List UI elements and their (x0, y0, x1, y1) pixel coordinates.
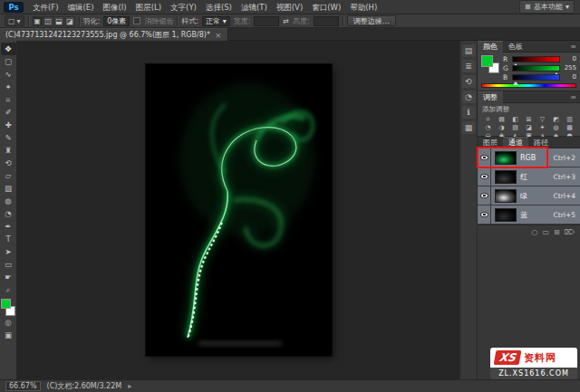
marquee-tool-button[interactable]: ▢ (1, 55, 16, 68)
zoom-tool-button[interactable]: ⌕ (1, 283, 16, 296)
adjustment-icon[interactable]: ◍ (549, 123, 563, 131)
red-value[interactable]: 0 (563, 55, 576, 62)
lasso-tool-button[interactable]: ∿ (1, 68, 16, 81)
channel-name: 蓝 (520, 210, 554, 220)
collapsed-panel-icon[interactable]: ≣ (462, 60, 476, 72)
red-slider[interactable] (512, 56, 560, 62)
status-bar: 66.67% (C)文档:2.60M/3.22M ▸ (0, 379, 580, 392)
visibility-toggle[interactable] (478, 206, 491, 224)
visibility-toggle[interactable] (478, 186, 491, 205)
tab-color[interactable]: 颜色 (478, 41, 503, 53)
style-dropdown[interactable]: 正常 ▾ (202, 16, 230, 26)
intersect-selection-icon[interactable]: ◪ (65, 16, 75, 26)
watermark-name: 资料网 (524, 351, 556, 365)
adjustment-icon[interactable]: ◑ (495, 123, 508, 131)
swap-dimensions-icon[interactable]: ⇄ (283, 17, 289, 25)
menu-select[interactable]: 选择(S) (201, 0, 237, 14)
close-icon[interactable]: × (215, 31, 222, 40)
options-separator (343, 16, 343, 26)
type-tool-button[interactable]: T (1, 233, 16, 245)
collapsed-panel-icon[interactable]: ▦ (462, 121, 476, 134)
workspace-switcher[interactable]: 基本功能 ▾ (519, 0, 575, 14)
foreground-swatch[interactable] (481, 55, 493, 67)
quick-selection-tool-button[interactable]: ✦ (1, 81, 16, 93)
tab-adjustments[interactable]: 调整 (478, 91, 503, 103)
brush-tool-button[interactable]: ✎ (1, 131, 16, 144)
menu-edit[interactable]: 编辑(E) (63, 0, 99, 14)
panel-menu-icon[interactable]: ≡ (570, 93, 576, 101)
adjustment-icon[interactable]: ◪ (522, 123, 536, 131)
adjustment-icon[interactable]: ▤ (495, 115, 508, 123)
quick-mask-button[interactable]: ◎ (1, 316, 16, 329)
collapsed-panel-icon[interactable]: ℹ (462, 106, 476, 119)
subtract-selection-icon[interactable]: ⬓ (54, 16, 64, 26)
foreground-color-swatch[interactable] (1, 299, 11, 309)
red-slider-row: R 0 (503, 55, 576, 62)
path-selection-tool-button[interactable]: ➤ (1, 245, 16, 258)
channel-row-blue[interactable]: 蓝 Ctrl+5 (478, 206, 580, 224)
feather-input[interactable]: 0像素 (103, 16, 130, 26)
screen-mode-button[interactable]: ▣ (1, 329, 16, 341)
hand-tool-button[interactable]: ☛ (1, 271, 16, 283)
visibility-toggle[interactable] (478, 167, 491, 186)
move-tool-button[interactable]: ✥ (1, 43, 16, 55)
adjustment-icon[interactable]: ◩ (549, 115, 563, 123)
save-selection-icon[interactable]: ▭ (542, 228, 549, 236)
eyedropper-tool-button[interactable]: ✐ (1, 106, 16, 119)
add-selection-icon[interactable]: ◫ (44, 16, 53, 26)
clone-stamp-tool-button[interactable]: ♜ (1, 144, 16, 157)
load-selection-icon[interactable]: ○ (531, 228, 537, 236)
green-value[interactable]: 255 (563, 64, 576, 72)
gradient-tool-button[interactable]: ▨ (1, 182, 16, 195)
menu-help[interactable]: 帮助(H) (345, 0, 382, 14)
adjustment-icon[interactable]: ✦ (536, 123, 549, 131)
menu-image[interactable]: 图像(I) (99, 0, 131, 14)
height-input[interactable] (314, 16, 339, 26)
refine-edge-button[interactable]: 调整边缘… (347, 15, 396, 26)
blur-tool-button[interactable]: ◍ (1, 195, 16, 207)
blue-value[interactable]: 0 (563, 73, 576, 81)
blue-slider[interactable] (512, 74, 560, 81)
healing-brush-tool-button[interactable]: ✚ (1, 119, 16, 131)
collapsed-panel-icon[interactable]: ⟲ (462, 75, 476, 88)
channel-row-red[interactable]: 红 Ctrl+3 (478, 167, 580, 186)
zoom-level-field[interactable]: 66.67% (5, 381, 41, 391)
menu-file[interactable]: 文件(F) (28, 0, 63, 14)
green-slider[interactable] (512, 65, 560, 72)
new-selection-icon[interactable]: ▣ (33, 16, 43, 26)
dodge-tool-button[interactable]: ◔ (1, 207, 16, 220)
width-input[interactable] (254, 16, 279, 26)
collapsed-panel-icon[interactable]: ▤ (462, 44, 476, 57)
panel-menu-icon[interactable]: ≡ (570, 43, 576, 51)
menu-view[interactable]: 视图(V) (272, 0, 307, 14)
status-options-arrow-icon[interactable]: ▸ (128, 382, 131, 390)
channel-row-green[interactable]: 绿 Ctrl+4 (478, 186, 580, 205)
history-brush-tool-button[interactable]: ⟲ (1, 157, 16, 169)
delete-channel-icon[interactable]: ⌦ (565, 228, 575, 236)
adjustment-icon[interactable]: ☼ (481, 115, 495, 123)
tab-swatches[interactable]: 色板 (503, 41, 528, 53)
collapsed-panel-icon[interactable]: ◔ (462, 91, 476, 103)
adjustment-icon[interactable]: ▥ (563, 115, 576, 123)
eraser-tool-button[interactable]: ▱ (1, 169, 16, 182)
menu-type[interactable]: 文字(Y) (166, 0, 201, 14)
adjustment-icon[interactable]: ⊠ (522, 115, 536, 123)
crop-tool-button[interactable]: ⌗ (1, 93, 16, 106)
adjustment-icon[interactable]: ◧ (508, 115, 522, 123)
adjustment-icon[interactable]: ▩ (563, 123, 576, 131)
antialias-checkbox[interactable] (133, 17, 140, 24)
document-tab[interactable]: (C)4737131242123273555.jpg @ 66.7%(图层 1,… (0, 28, 228, 41)
menu-filter[interactable]: 滤镜(T) (237, 0, 272, 14)
canvas-image[interactable] (146, 64, 332, 356)
adjustment-icon[interactable]: ▨ (508, 123, 522, 131)
menu-layer[interactable]: 图层(L) (131, 0, 166, 14)
pen-tool-button[interactable]: ✒ (1, 220, 16, 233)
shape-tool-button[interactable]: ▭ (1, 258, 16, 271)
new-channel-icon[interactable]: ⊞ (554, 228, 560, 236)
menu-window[interactable]: 窗口(W) (307, 0, 345, 14)
photo-watermark-smudge (198, 341, 282, 346)
tool-preset-picker[interactable]: ▢ ▾ (5, 15, 24, 26)
adjustment-icon[interactable]: ◔ (481, 123, 495, 131)
color-spectrum-ramp[interactable] (481, 83, 576, 88)
adjustment-icon[interactable]: ▽ (536, 115, 549, 123)
